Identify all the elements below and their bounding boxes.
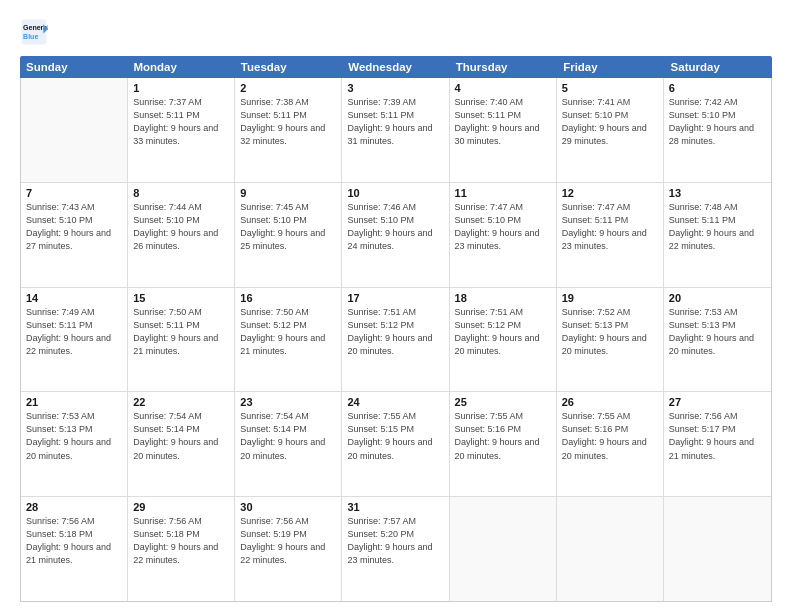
logo: General Blue: [20, 18, 52, 46]
page: General Blue SundayMondayTuesdayWednesda…: [0, 0, 792, 612]
calendar-row-0: 1Sunrise: 7:37 AMSunset: 5:11 PMDaylight…: [21, 78, 771, 183]
calendar-cell-27: 27Sunrise: 7:56 AMSunset: 5:17 PMDayligh…: [664, 392, 771, 496]
calendar-cell-3: 3Sunrise: 7:39 AMSunset: 5:11 PMDaylight…: [342, 78, 449, 182]
cell-day-number: 10: [347, 187, 443, 199]
cell-info: Sunrise: 7:55 AMSunset: 5:16 PMDaylight:…: [562, 410, 658, 462]
cell-info: Sunrise: 7:49 AMSunset: 5:11 PMDaylight:…: [26, 306, 122, 358]
calendar-cell-16: 16Sunrise: 7:50 AMSunset: 5:12 PMDayligh…: [235, 288, 342, 392]
cell-day-number: 19: [562, 292, 658, 304]
header-day-saturday: Saturday: [665, 56, 772, 78]
cell-day-number: 5: [562, 82, 658, 94]
calendar-cell-18: 18Sunrise: 7:51 AMSunset: 5:12 PMDayligh…: [450, 288, 557, 392]
calendar-cell-5: 5Sunrise: 7:41 AMSunset: 5:10 PMDaylight…: [557, 78, 664, 182]
logo-icon: General Blue: [20, 18, 48, 46]
cell-day-number: 15: [133, 292, 229, 304]
svg-rect-0: [22, 20, 47, 45]
cell-day-number: 14: [26, 292, 122, 304]
calendar-row-4: 28Sunrise: 7:56 AMSunset: 5:18 PMDayligh…: [21, 497, 771, 601]
calendar-cell-26: 26Sunrise: 7:55 AMSunset: 5:16 PMDayligh…: [557, 392, 664, 496]
cell-info: Sunrise: 7:47 AMSunset: 5:11 PMDaylight:…: [562, 201, 658, 253]
cell-day-number: 18: [455, 292, 551, 304]
cell-info: Sunrise: 7:51 AMSunset: 5:12 PMDaylight:…: [347, 306, 443, 358]
cell-info: Sunrise: 7:41 AMSunset: 5:10 PMDaylight:…: [562, 96, 658, 148]
cell-day-number: 3: [347, 82, 443, 94]
calendar-cell-19: 19Sunrise: 7:52 AMSunset: 5:13 PMDayligh…: [557, 288, 664, 392]
cell-info: Sunrise: 7:43 AMSunset: 5:10 PMDaylight:…: [26, 201, 122, 253]
calendar-cell-12: 12Sunrise: 7:47 AMSunset: 5:11 PMDayligh…: [557, 183, 664, 287]
cell-day-number: 30: [240, 501, 336, 513]
cell-day-number: 7: [26, 187, 122, 199]
calendar-cell-29: 29Sunrise: 7:56 AMSunset: 5:18 PMDayligh…: [128, 497, 235, 601]
calendar-cell-22: 22Sunrise: 7:54 AMSunset: 5:14 PMDayligh…: [128, 392, 235, 496]
cell-day-number: 12: [562, 187, 658, 199]
cell-info: Sunrise: 7:51 AMSunset: 5:12 PMDaylight:…: [455, 306, 551, 358]
cell-info: Sunrise: 7:55 AMSunset: 5:16 PMDaylight:…: [455, 410, 551, 462]
calendar-cell-1: 1Sunrise: 7:37 AMSunset: 5:11 PMDaylight…: [128, 78, 235, 182]
cell-info: Sunrise: 7:46 AMSunset: 5:10 PMDaylight:…: [347, 201, 443, 253]
cell-info: Sunrise: 7:56 AMSunset: 5:18 PMDaylight:…: [133, 515, 229, 567]
cell-day-number: 16: [240, 292, 336, 304]
cell-info: Sunrise: 7:40 AMSunset: 5:11 PMDaylight:…: [455, 96, 551, 148]
header-day-thursday: Thursday: [450, 56, 557, 78]
header-day-monday: Monday: [127, 56, 234, 78]
calendar-cell-28: 28Sunrise: 7:56 AMSunset: 5:18 PMDayligh…: [21, 497, 128, 601]
cell-day-number: 11: [455, 187, 551, 199]
cell-day-number: 9: [240, 187, 336, 199]
cell-info: Sunrise: 7:48 AMSunset: 5:11 PMDaylight:…: [669, 201, 766, 253]
cell-info: Sunrise: 7:50 AMSunset: 5:12 PMDaylight:…: [240, 306, 336, 358]
cell-day-number: 27: [669, 396, 766, 408]
calendar-cell-13: 13Sunrise: 7:48 AMSunset: 5:11 PMDayligh…: [664, 183, 771, 287]
calendar-body: 1Sunrise: 7:37 AMSunset: 5:11 PMDaylight…: [20, 78, 772, 602]
cell-info: Sunrise: 7:55 AMSunset: 5:15 PMDaylight:…: [347, 410, 443, 462]
calendar-cell-21: 21Sunrise: 7:53 AMSunset: 5:13 PMDayligh…: [21, 392, 128, 496]
calendar-cell-empty-4-6: [664, 497, 771, 601]
cell-info: Sunrise: 7:47 AMSunset: 5:10 PMDaylight:…: [455, 201, 551, 253]
svg-text:Blue: Blue: [23, 33, 38, 40]
calendar-header: SundayMondayTuesdayWednesdayThursdayFrid…: [20, 56, 772, 78]
header-day-sunday: Sunday: [20, 56, 127, 78]
cell-info: Sunrise: 7:44 AMSunset: 5:10 PMDaylight:…: [133, 201, 229, 253]
cell-info: Sunrise: 7:57 AMSunset: 5:20 PMDaylight:…: [347, 515, 443, 567]
cell-day-number: 4: [455, 82, 551, 94]
cell-info: Sunrise: 7:50 AMSunset: 5:11 PMDaylight:…: [133, 306, 229, 358]
cell-info: Sunrise: 7:53 AMSunset: 5:13 PMDaylight:…: [669, 306, 766, 358]
cell-day-number: 6: [669, 82, 766, 94]
calendar-cell-empty-4-4: [450, 497, 557, 601]
header-day-wednesday: Wednesday: [342, 56, 449, 78]
cell-day-number: 20: [669, 292, 766, 304]
cell-day-number: 21: [26, 396, 122, 408]
calendar-cell-11: 11Sunrise: 7:47 AMSunset: 5:10 PMDayligh…: [450, 183, 557, 287]
calendar-cell-20: 20Sunrise: 7:53 AMSunset: 5:13 PMDayligh…: [664, 288, 771, 392]
header-day-tuesday: Tuesday: [235, 56, 342, 78]
header-day-friday: Friday: [557, 56, 664, 78]
calendar-cell-10: 10Sunrise: 7:46 AMSunset: 5:10 PMDayligh…: [342, 183, 449, 287]
cell-day-number: 23: [240, 396, 336, 408]
calendar-cell-7: 7Sunrise: 7:43 AMSunset: 5:10 PMDaylight…: [21, 183, 128, 287]
calendar: SundayMondayTuesdayWednesdayThursdayFrid…: [20, 56, 772, 602]
cell-info: Sunrise: 7:54 AMSunset: 5:14 PMDaylight:…: [133, 410, 229, 462]
cell-day-number: 17: [347, 292, 443, 304]
cell-info: Sunrise: 7:56 AMSunset: 5:18 PMDaylight:…: [26, 515, 122, 567]
calendar-cell-17: 17Sunrise: 7:51 AMSunset: 5:12 PMDayligh…: [342, 288, 449, 392]
calendar-row-3: 21Sunrise: 7:53 AMSunset: 5:13 PMDayligh…: [21, 392, 771, 497]
calendar-cell-empty-0-0: [21, 78, 128, 182]
cell-day-number: 8: [133, 187, 229, 199]
calendar-cell-31: 31Sunrise: 7:57 AMSunset: 5:20 PMDayligh…: [342, 497, 449, 601]
calendar-cell-23: 23Sunrise: 7:54 AMSunset: 5:14 PMDayligh…: [235, 392, 342, 496]
cell-info: Sunrise: 7:37 AMSunset: 5:11 PMDaylight:…: [133, 96, 229, 148]
cell-day-number: 25: [455, 396, 551, 408]
cell-day-number: 22: [133, 396, 229, 408]
cell-day-number: 24: [347, 396, 443, 408]
header: General Blue: [20, 18, 772, 46]
cell-info: Sunrise: 7:52 AMSunset: 5:13 PMDaylight:…: [562, 306, 658, 358]
calendar-cell-empty-4-5: [557, 497, 664, 601]
cell-info: Sunrise: 7:54 AMSunset: 5:14 PMDaylight:…: [240, 410, 336, 462]
cell-info: Sunrise: 7:56 AMSunset: 5:17 PMDaylight:…: [669, 410, 766, 462]
calendar-cell-15: 15Sunrise: 7:50 AMSunset: 5:11 PMDayligh…: [128, 288, 235, 392]
cell-day-number: 28: [26, 501, 122, 513]
cell-day-number: 2: [240, 82, 336, 94]
cell-info: Sunrise: 7:56 AMSunset: 5:19 PMDaylight:…: [240, 515, 336, 567]
cell-info: Sunrise: 7:42 AMSunset: 5:10 PMDaylight:…: [669, 96, 766, 148]
calendar-cell-24: 24Sunrise: 7:55 AMSunset: 5:15 PMDayligh…: [342, 392, 449, 496]
cell-day-number: 31: [347, 501, 443, 513]
